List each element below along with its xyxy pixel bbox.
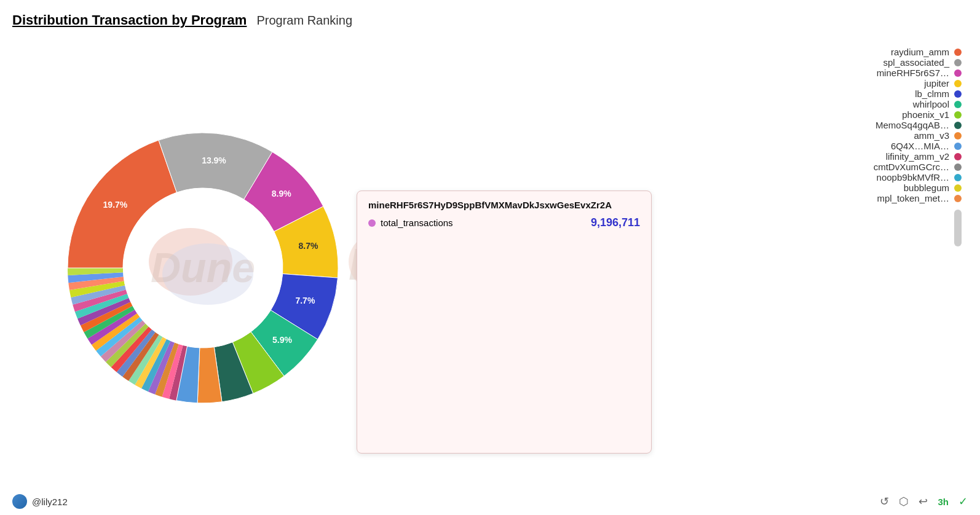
footer: @lily212 ↺ ⬡ ↩ 3h ✓: [12, 494, 968, 509]
legend-dot-cmtDvXumGCrc: [954, 163, 962, 171]
legend-item-MemoSq4gqAB[interactable]: MemoSq4gqAB…: [796, 120, 962, 130]
legend-label-phoenix_v1: phoenix_v1: [902, 109, 949, 120]
legend-label-mineRHF5r6S7: mineRHF5r6S7…: [877, 68, 949, 78]
legend-dot-mineRHF5r6S7: [954, 69, 962, 77]
legend-item-jupiter[interactable]: jupiter: [796, 78, 962, 88]
seg-label-4: 7.7%: [295, 296, 315, 305]
chart-subtitle: Program Ranking: [256, 14, 352, 28]
legend-item-whirlpool[interactable]: whirlpool: [796, 99, 962, 109]
legend-item-cmtDvXumGCrc[interactable]: cmtDvXumGCrc…: [796, 162, 962, 172]
legend-container: raydium_amm spl_associated_ mineRHF5r6S7…: [796, 47, 962, 203]
legend-item-bubblegum[interactable]: bubblegum: [796, 183, 962, 193]
legend-label-spl_associated: spl_associated_: [883, 57, 949, 68]
seg-label-2: 8.9%: [272, 189, 291, 199]
legend-item-lifinity_amm_v2[interactable]: lifinity_amm_v2: [796, 151, 962, 162]
legend-label-lifinity_amm_v2: lifinity_amm_v2: [886, 151, 949, 162]
tooltip-metric-value: 9,196,711: [591, 216, 640, 229]
time-indicator: 3h: [938, 497, 949, 507]
camera-icon[interactable]: ⬡: [899, 495, 909, 508]
legend-item-noopb9bkMVfR[interactable]: noopb9bkMVfR…: [796, 172, 962, 183]
legend-item-mineRHF5r6S7[interactable]: mineRHF5r6S7…: [796, 68, 962, 78]
main-donut-svg: Dune: [12, 59, 393, 477]
check-icon[interactable]: ✓: [958, 495, 968, 508]
legend-label-mpl_token_met: mpl_token_met…: [877, 193, 949, 203]
chart-title: Distribution Transaction by Program: [12, 12, 247, 28]
seg-label-0: 19.7%: [103, 200, 128, 210]
author: @lily212: [12, 494, 68, 509]
author-avatar: [12, 494, 27, 509]
legend-area: raydium_amm spl_associated_ mineRHF5r6S7…: [796, 34, 968, 249]
legend-label-amm_v3: amm_v3: [914, 130, 949, 141]
seg-label-5: 5.9%: [272, 335, 292, 345]
toolbar: ↺ ⬡ ↩ 3h ✓: [880, 495, 968, 508]
legend-label-noopb9bkMVfR: noopb9bkMVfR…: [877, 172, 949, 183]
scrollbar[interactable]: [954, 210, 962, 246]
legend-dot-mpl_token_met: [954, 195, 962, 202]
legend-item-spl_associated[interactable]: spl_associated_: [796, 57, 962, 68]
legend-dot-amm_v3: [954, 132, 962, 140]
watermark: Dune: [151, 244, 255, 291]
legend-dot-phoenix_v1: [954, 111, 962, 119]
legend-label-MemoSq4gqAB: MemoSq4gqAB…: [875, 120, 949, 130]
tooltip-metric-label: total_transactions: [381, 218, 453, 228]
legend-label-cmtDvXumGCrc: cmtDvXumGCrc…: [874, 162, 949, 172]
legend-dot-jupiter: [954, 80, 962, 87]
seg-label-1: 13.9%: [202, 155, 226, 165]
chart-header: Distribution Transaction by Program Prog…: [12, 12, 968, 28]
legend-label-raydium_amm: raydium_amm: [891, 47, 949, 57]
undo-icon[interactable]: ↩: [919, 495, 928, 508]
legend-dot-bubblegum: [954, 184, 962, 192]
legend-item-raydium_amm[interactable]: raydium_amm: [796, 47, 962, 57]
author-name: @lily212: [32, 497, 68, 507]
legend-label-bubblegum: bubblegum: [904, 183, 949, 193]
tooltip: mineRHF5r6S7HyD9SppBfVMXMavDkJsxwGesEvxZ…: [357, 191, 652, 454]
tooltip-label-group: total_transactions: [368, 218, 453, 228]
legend-dot-MemoSq4gqAB: [954, 122, 962, 129]
legend-item-mpl_token_met[interactable]: mpl_token_met…: [796, 193, 962, 203]
legend-dot-spl_associated: [954, 59, 962, 66]
legend-item-amm_v3[interactable]: amm_v3: [796, 130, 962, 141]
seg-label-3: 8.7%: [299, 241, 318, 251]
chart-container: Distribution Transaction by Program Prog…: [0, 0, 980, 515]
legend-label-whirlpool: whirlpool: [913, 99, 949, 109]
tooltip-title: mineRHF5r6S7HyD9SppBfVMXMavDkJsxwGesEvxZ…: [368, 200, 640, 210]
legend-item-phoenix_v1[interactable]: phoenix_v1: [796, 109, 962, 120]
label-5.9: 5.9%: [12, 59, 22, 61]
legend-item-6Q4X[interactable]: 6Q4X…MIA…: [796, 141, 962, 151]
legend-dot-noopb9bkMVfR: [954, 174, 962, 181]
legend-label-6Q4X: 6Q4X…MIA…: [891, 141, 949, 151]
tooltip-row: total_transactions 9,196,711: [368, 216, 640, 229]
legend-label-jupiter: jupiter: [924, 78, 949, 88]
legend-dot-raydium_amm: [954, 49, 962, 56]
legend-item-lb_clmm[interactable]: lb_clmm: [796, 88, 962, 99]
legend-dot-lb_clmm: [954, 90, 962, 98]
refresh-icon[interactable]: ↺: [880, 495, 889, 508]
legend-dot-lifinity_amm_v2: [954, 153, 962, 160]
legend-dot-6Q4X: [954, 143, 962, 150]
legend-dot-whirlpool: [954, 101, 962, 108]
tooltip-dot: [368, 219, 376, 227]
legend-label-lb_clmm: lb_clmm: [915, 88, 949, 99]
